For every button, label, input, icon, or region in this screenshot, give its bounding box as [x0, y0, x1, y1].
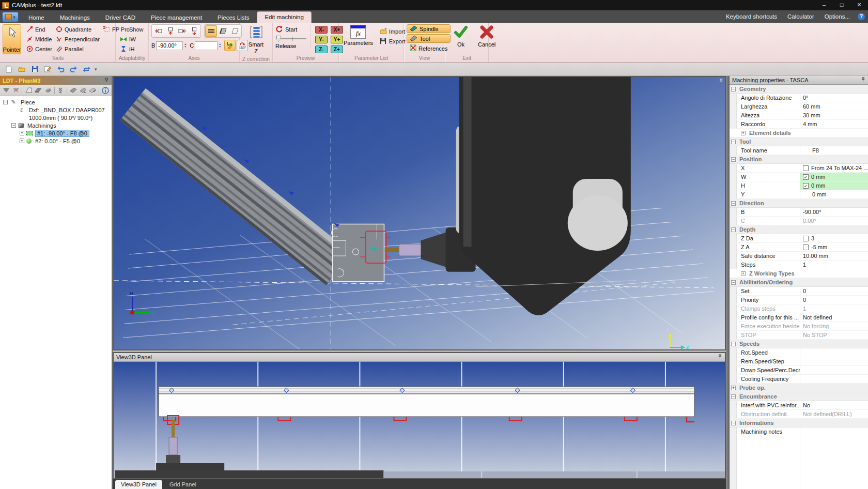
- tree-item-1000-0mm-90-0-90-0[interactable]: 1000.0mm ( 90.0°/ 90.0°): [0, 114, 112, 121]
- menu-item-calculator[interactable]: Calculator: [783, 13, 819, 20]
- tree-item-dxf-bnd-box-daapr007[interactable]: Dxf: _BND_BOX / DAAPR007: [0, 106, 112, 114]
- prop-value-z-da[interactable]: 3: [800, 234, 868, 242]
- prop-section-geometry[interactable]: −Geometry: [730, 85, 868, 94]
- prop-value-tool-name[interactable]: F8: [800, 146, 868, 155]
- expand-icon[interactable]: +: [20, 131, 24, 135]
- prop-section-depth[interactable]: −Depth: [730, 225, 868, 234]
- collapse-icon[interactable]: −: [731, 87, 736, 91]
- open-file-icon[interactable]: [17, 65, 26, 74]
- tab-pieces-lists[interactable]: Pieces Lists: [210, 12, 257, 23]
- adapt-right-icon[interactable]: [176, 25, 188, 37]
- face-lines-icon[interactable]: [205, 25, 217, 37]
- prop-value-profile-config-for-this[interactable]: Not defined: [800, 313, 868, 322]
- tool-edit-icon[interactable]: [89, 86, 97, 95]
- minimize-button[interactable]: –: [815, 0, 833, 10]
- prop-value-rem-speed-step[interactable]: [800, 357, 868, 365]
- release-button[interactable]: Release: [275, 43, 306, 49]
- c-axis-spinner[interactable]: ▲▼: [219, 43, 221, 48]
- checkbox-w[interactable]: ✓: [803, 174, 809, 180]
- tree-item-label[interactable]: Dxf: _BND_BOX / DAAPR007: [27, 107, 106, 113]
- compare-arrows-icon[interactable]: [82, 65, 91, 74]
- tab-edit-machining[interactable]: Edit machining: [257, 11, 311, 23]
- tab-piece-management[interactable]: Piece management: [143, 12, 210, 23]
- tree-item-label[interactable]: Machinings: [26, 123, 58, 129]
- prop-value-obstruction-definit[interactable]: Not defined(DRILL): [800, 410, 868, 418]
- prop-value-machining-notes[interactable]: [800, 427, 868, 436]
- edit-icon[interactable]: [43, 65, 52, 74]
- collapse-icon[interactable]: −: [3, 100, 8, 104]
- preview-slider-thumb[interactable]: [276, 36, 281, 42]
- pin-icon[interactable]: [718, 354, 722, 360]
- smart-z-button[interactable]: Smart Z: [245, 24, 268, 56]
- adapt-up-icon[interactable]: [164, 25, 176, 37]
- prop-value-c[interactable]: 0.00°: [800, 217, 868, 225]
- prop-value-altezza[interactable]: 30 mm: [800, 111, 868, 119]
- jog-z-minus-button[interactable]: Z-: [315, 45, 328, 53]
- prop-value-h[interactable]: ✓0 mm: [800, 181, 868, 190]
- prop-section-encumbrance[interactable]: −Encumbrance: [730, 392, 868, 401]
- collapse-icon[interactable]: −: [731, 342, 736, 346]
- checkbox-z-a[interactable]: [803, 244, 809, 250]
- collapse-icon[interactable]: −: [11, 123, 16, 128]
- redo-icon[interactable]: [69, 65, 78, 74]
- tool-quadrante-button[interactable]: Quadrante: [54, 24, 101, 34]
- tool-end-button[interactable]: End: [24, 24, 54, 34]
- tab-machinings[interactable]: Machinings: [52, 12, 98, 23]
- prop-value-interf-with-pvc-reinfor[interactable]: No: [800, 401, 868, 409]
- prop-value-force-execution-beside[interactable]: No forcing: [800, 322, 868, 330]
- 2d-elevation-scene[interactable]: [114, 362, 725, 478]
- collapse-icon[interactable]: −: [731, 394, 736, 399]
- adapt-ih-button[interactable]: iH: [118, 44, 145, 54]
- app-menu-button[interactable]: ▾: [2, 12, 19, 22]
- rotate-0-button[interactable]: 0°: [224, 40, 236, 51]
- tree-item-machinings[interactable]: −Machinings: [0, 121, 112, 129]
- bottom-tab-grid-panel[interactable]: Grid Panel: [164, 480, 202, 489]
- info-icon[interactable]: [101, 86, 110, 95]
- prop-value-b[interactable]: -90.00°: [800, 208, 868, 216]
- prop-subsection-z-working-types[interactable]: +Z Working Types: [730, 269, 868, 278]
- prop-value-z-a[interactable]: -5 mm: [800, 243, 868, 251]
- preview-slider[interactable]: [276, 38, 306, 39]
- prop-value-rot-speed[interactable]: [800, 348, 868, 357]
- tab-home[interactable]: Home: [21, 12, 52, 23]
- jog-x-minus-button[interactable]: X-: [315, 26, 328, 34]
- adapt-down-icon[interactable]: [188, 25, 200, 37]
- prop-section-direction[interactable]: −Direction: [730, 199, 868, 208]
- prop-value-x[interactable]: From 24 To MAX-24 ...: [800, 164, 868, 172]
- ok-button[interactable]: Ok: [451, 24, 471, 49]
- prop-section-tool[interactable]: −Tool: [730, 137, 868, 146]
- parameters-button[interactable]: fx Parameters: [342, 24, 375, 48]
- prop-section-position[interactable]: −Position: [730, 155, 868, 164]
- maximize-button[interactable]: □: [833, 0, 850, 10]
- expand-icon[interactable]: +: [741, 271, 746, 276]
- pin-icon[interactable]: [719, 78, 723, 85]
- expand-icon[interactable]: +: [20, 139, 24, 143]
- tree-item-label[interactable]: #2: 0.00° - F5 @0: [34, 138, 82, 144]
- checkbox-x[interactable]: [803, 165, 809, 171]
- checkbox-h[interactable]: ✓: [803, 183, 809, 189]
- viewport-3d[interactable]: H U Y Z: [113, 76, 726, 350]
- new-file-icon[interactable]: [4, 65, 13, 74]
- tool-perpendicular-button[interactable]: Perpendicular: [54, 34, 101, 44]
- prop-value-safe-distance[interactable]: 10.00 mm: [800, 252, 868, 260]
- help-icon[interactable]: ?: [858, 13, 865, 20]
- prop-value-down-speed-perc-decr[interactable]: [800, 366, 868, 374]
- prop-value-priority[interactable]: 0: [800, 296, 868, 304]
- pin-icon[interactable]: [861, 77, 865, 83]
- menu-item-options[interactable]: Options...: [820, 13, 855, 20]
- adapt-show-button[interactable]: Show: [118, 24, 145, 34]
- show-piece-icon[interactable]: [2, 86, 10, 95]
- tree-item-1-90-00-f8-0[interactable]: +#1: -90.00° - F8 @0: [0, 129, 112, 137]
- prop-section-abilitation-ordering[interactable]: −Abilitation/Ordering: [730, 278, 868, 287]
- face-skew-outline-icon[interactable]: [229, 25, 241, 37]
- hide-piece-icon[interactable]: [12, 86, 20, 95]
- bottom-tab-view3d-panel[interactable]: View3D Panel: [115, 480, 162, 489]
- prop-value-w[interactable]: ✓0 mm: [800, 173, 868, 181]
- tree-item-label[interactable]: Piece: [19, 99, 37, 105]
- tree-item-piece[interactable]: −Piece: [0, 98, 112, 106]
- prop-value-angolo-di-rotazione[interactable]: 0°: [800, 94, 868, 102]
- checkbox-z-da[interactable]: [803, 236, 809, 241]
- prop-value-stop[interactable]: No STOP: [800, 331, 868, 339]
- prop-section-speeds[interactable]: −Speeds: [730, 340, 868, 348]
- tool-add-icon[interactable]: [79, 86, 87, 95]
